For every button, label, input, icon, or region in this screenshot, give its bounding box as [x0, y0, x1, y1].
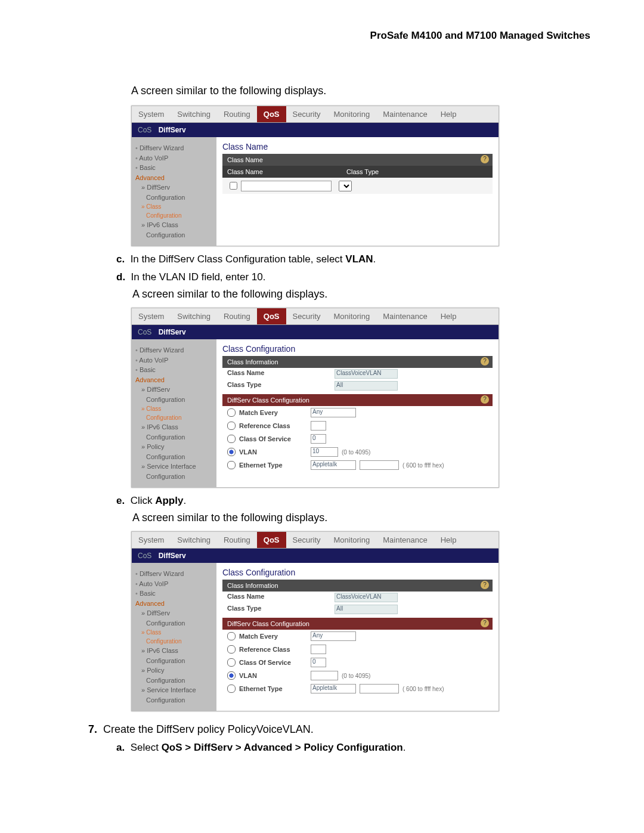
tab-monitoring[interactable]: Monitoring — [327, 308, 377, 324]
vlan-field[interactable]: 10 — [311, 447, 338, 457]
radio-icon[interactable] — [227, 435, 236, 443]
row-class-of-service[interactable]: Class Of Service0 — [222, 432, 493, 445]
side-diffserv-config[interactable]: Configuration — [135, 395, 213, 405]
side-ipv6-config[interactable]: Configuration — [135, 432, 213, 442]
side-class-config[interactable]: Configuration — [135, 211, 213, 220]
radio-icon[interactable] — [227, 632, 236, 640]
side-class-config[interactable]: Configuration — [135, 637, 213, 646]
side-auto-voip[interactable]: Auto VoIP — [135, 153, 213, 163]
radio-icon[interactable] — [227, 422, 236, 430]
side-ipv6-config[interactable]: Configuration — [135, 656, 213, 666]
tab-monitoring[interactable]: Monitoring — [327, 106, 377, 122]
ethernet-type-field[interactable]: Appletalk — [311, 460, 356, 470]
subtab-cos[interactable]: CoS — [138, 552, 151, 560]
row-vlan[interactable]: VLAN10(0 to 4095) — [222, 445, 493, 459]
side-service-interface[interactable]: » Service Interface — [135, 685, 213, 695]
radio-icon[interactable] — [227, 408, 236, 417]
tab-switching[interactable]: Switching — [171, 106, 217, 122]
match-every-field[interactable]: Any — [311, 631, 356, 641]
tab-maintenance[interactable]: Maintenance — [376, 532, 434, 548]
radio-icon[interactable] — [227, 461, 236, 469]
side-service-interface[interactable]: » Service Interface — [135, 462, 213, 472]
tab-qos[interactable]: QoS — [257, 308, 286, 324]
ethernet-hex-field[interactable] — [360, 460, 399, 470]
radio-icon[interactable] — [227, 685, 236, 693]
radio-icon[interactable] — [227, 448, 236, 456]
row-reference-class[interactable]: Reference Class — [222, 419, 493, 432]
row-match-every[interactable]: Match EveryAny — [222, 406, 493, 419]
help-icon[interactable]: ? — [481, 619, 489, 627]
side-auto-voip[interactable]: Auto VoIP — [135, 355, 213, 366]
side-diffserv-wizard[interactable]: Diffserv Wizard — [135, 569, 213, 579]
subtab-diffserv[interactable]: DiffServ — [159, 126, 186, 134]
row-reference-class[interactable]: Reference Class — [222, 643, 493, 656]
row-class-of-service[interactable]: Class Of Service0 — [222, 656, 493, 669]
side-advanced[interactable]: Advanced — [135, 375, 213, 385]
side-diffserv-wizard[interactable]: Diffserv Wizard — [135, 345, 213, 355]
radio-icon[interactable] — [227, 658, 236, 667]
help-icon[interactable]: ? — [481, 581, 489, 589]
help-icon[interactable]: ? — [481, 395, 489, 404]
tab-routing[interactable]: Routing — [217, 106, 257, 122]
row-ethernet-type[interactable]: Ethernet TypeAppletalk( 600 to ffff hex) — [222, 459, 493, 472]
tab-qos[interactable]: QoS — [257, 106, 286, 122]
reference-class-field[interactable] — [311, 421, 326, 431]
side-policy-config[interactable]: Configuration — [135, 452, 213, 462]
radio-icon[interactable] — [227, 645, 236, 654]
subtab-cos[interactable]: CoS — [138, 126, 151, 134]
side-basic[interactable]: Basic — [135, 163, 213, 173]
help-icon[interactable]: ? — [481, 155, 489, 163]
tab-routing[interactable]: Routing — [217, 532, 257, 548]
tab-help[interactable]: Help — [434, 308, 463, 324]
table-row[interactable] — [222, 178, 493, 194]
reference-class-field[interactable] — [311, 645, 326, 654]
row-checkbox[interactable] — [230, 182, 237, 190]
tab-system[interactable]: System — [132, 308, 171, 324]
side-diffserv[interactable]: » DiffServ — [135, 608, 213, 618]
side-diffserv-wizard[interactable]: Diffserv Wizard — [135, 143, 213, 153]
tab-maintenance[interactable]: Maintenance — [376, 308, 434, 324]
side-advanced[interactable]: Advanced — [135, 599, 213, 609]
side-basic[interactable]: Basic — [135, 589, 213, 599]
side-class-config[interactable]: Configuration — [135, 413, 213, 422]
class-name-input[interactable] — [241, 181, 332, 191]
side-diffserv-config[interactable]: Configuration — [135, 193, 213, 203]
tab-monitoring[interactable]: Monitoring — [327, 532, 377, 548]
tab-help[interactable]: Help — [434, 106, 463, 122]
subtab-diffserv[interactable]: DiffServ — [159, 552, 186, 560]
side-ipv6-class[interactable]: » IPv6 Class — [135, 220, 213, 230]
side-diffserv[interactable]: » DiffServ — [135, 385, 213, 395]
side-ipv6-config[interactable]: Configuration — [135, 230, 213, 240]
side-class[interactable]: » Class — [135, 404, 213, 413]
side-diffserv-config[interactable]: Configuration — [135, 618, 213, 628]
tab-routing[interactable]: Routing — [217, 308, 257, 324]
side-auto-voip[interactable]: Auto VoIP — [135, 579, 213, 589]
tab-security[interactable]: Security — [286, 106, 327, 122]
side-service-config[interactable]: Configuration — [135, 695, 213, 705]
row-vlan[interactable]: VLAN(0 to 4095) — [222, 669, 493, 682]
side-service-config[interactable]: Configuration — [135, 472, 213, 482]
class-of-service-field[interactable]: 0 — [311, 434, 326, 444]
row-ethernet-type[interactable]: Ethernet TypeAppletalk( 600 to ffff hex) — [222, 682, 493, 695]
ethernet-hex-field[interactable] — [360, 684, 399, 693]
class-of-service-field[interactable]: 0 — [311, 658, 326, 667]
tab-switching[interactable]: Switching — [171, 308, 217, 324]
tab-switching[interactable]: Switching — [171, 532, 217, 548]
tab-qos[interactable]: QoS — [257, 532, 286, 548]
tab-help[interactable]: Help — [434, 532, 463, 548]
side-policy-config[interactable]: Configuration — [135, 676, 213, 686]
side-basic[interactable]: Basic — [135, 365, 213, 375]
side-policy[interactable]: » Policy — [135, 442, 213, 452]
vlan-field[interactable] — [311, 671, 338, 680]
side-diffserv[interactable]: » DiffServ — [135, 182, 213, 193]
side-class[interactable]: » Class — [135, 628, 213, 637]
side-class[interactable]: » Class — [135, 202, 213, 211]
side-policy[interactable]: » Policy — [135, 665, 213, 676]
class-type-select[interactable] — [339, 181, 352, 191]
tab-system[interactable]: System — [132, 106, 171, 122]
row-match-every[interactable]: Match EveryAny — [222, 630, 493, 643]
tab-security[interactable]: Security — [286, 308, 327, 324]
help-icon[interactable]: ? — [481, 357, 489, 366]
side-advanced[interactable]: Advanced — [135, 173, 213, 183]
side-ipv6-class[interactable]: » IPv6 Class — [135, 646, 213, 656]
